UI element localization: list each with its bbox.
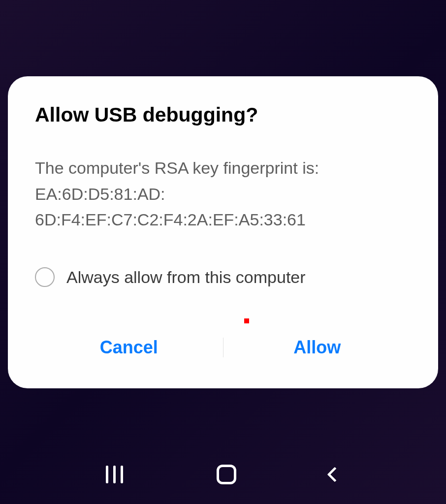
dialog-message: The computer's RSA key fingerprint is:EA…	[35, 155, 411, 233]
navigation-bar	[0, 460, 446, 489]
home-button[interactable]	[217, 465, 236, 484]
allow-button[interactable]: Allow	[223, 326, 412, 369]
recents-button[interactable]	[106, 466, 124, 483]
dialog-title: Allow USB debugging?	[35, 103, 411, 126]
checkbox-label: Always allow from this computer	[66, 268, 306, 287]
dialog-button-row: Cancel Allow	[35, 326, 411, 369]
always-allow-checkbox-row[interactable]: Always allow from this computer	[35, 267, 411, 287]
back-button[interactable]	[327, 467, 343, 482]
cancel-button[interactable]: Cancel	[35, 326, 223, 369]
checkbox-unchecked-icon[interactable]	[35, 267, 55, 287]
usb-debugging-dialog: Allow USB debugging? The computer's RSA …	[8, 76, 438, 388]
